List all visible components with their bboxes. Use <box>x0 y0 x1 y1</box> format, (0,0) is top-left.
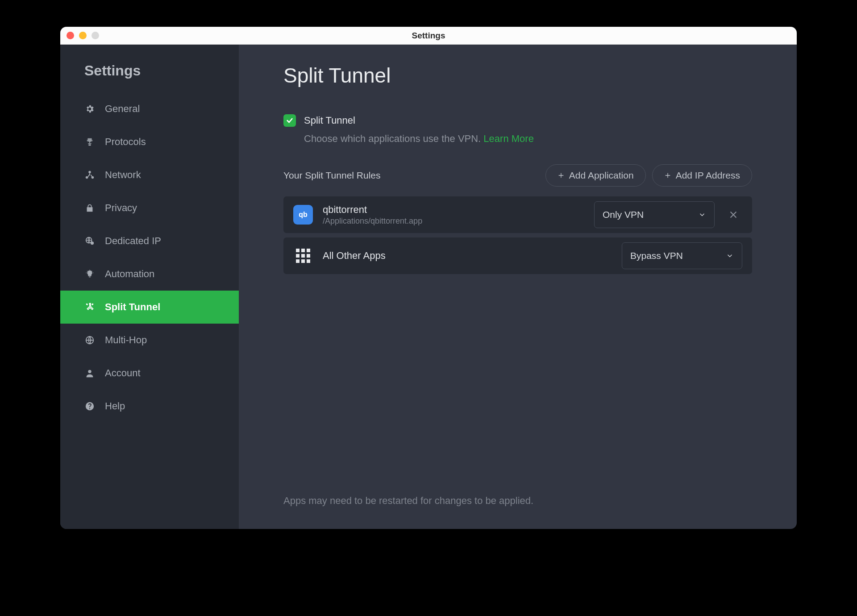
svg-point-6 <box>89 303 91 305</box>
qbittorrent-icon: qb <box>293 205 313 225</box>
sidebar-item-help[interactable]: Help <box>60 390 239 423</box>
window-title: Settings <box>412 31 445 41</box>
close-icon <box>728 210 738 220</box>
gear-icon <box>84 104 95 114</box>
svg-rect-0 <box>88 145 91 146</box>
apps-grid-icon <box>293 246 313 266</box>
sidebar-item-label: Network <box>105 169 141 181</box>
help-icon <box>84 401 95 412</box>
split-tunnel-toggle-label: Split Tunnel <box>304 115 355 126</box>
svg-point-1 <box>88 171 91 174</box>
add-application-button[interactable]: Add Application <box>545 164 646 187</box>
chevron-down-icon <box>698 211 706 219</box>
footer-note: Apps may need to be restarted for change… <box>283 495 752 516</box>
sidebar-item-label: General <box>105 103 140 115</box>
rules-header: Your Split Tunnel Rules Add Application … <box>283 164 752 187</box>
settings-window: Settings Settings General Protocols <box>60 27 797 529</box>
sidebar-item-split-tunnel[interactable]: Split Tunnel <box>60 291 239 324</box>
svg-point-10 <box>88 370 91 373</box>
sidebar-title: Settings <box>60 62 239 92</box>
split-icon <box>84 302 95 312</box>
sidebar-item-label: Privacy <box>105 202 137 214</box>
lightbulb-icon <box>84 269 95 279</box>
sidebar-item-general[interactable]: General <box>60 92 239 125</box>
header-buttons: Add Application Add IP Address <box>545 164 752 187</box>
app-path: /Applications/qbittorrent.app <box>323 216 584 226</box>
rules-title: Your Split Tunnel Rules <box>283 170 381 181</box>
select-value: Bypass VPN <box>630 250 683 261</box>
traffic-lights <box>67 32 99 39</box>
rule-mode-select[interactable]: Only VPN <box>594 201 715 228</box>
sidebar-item-multi-hop[interactable]: Multi-Hop <box>60 324 239 357</box>
sidebar-item-label: Account <box>105 367 141 379</box>
app-name: qbittorrent <box>323 204 584 216</box>
fullscreen-window-button[interactable] <box>92 32 99 39</box>
sidebar-item-network[interactable]: Network <box>60 158 239 191</box>
sidebar-item-label: Help <box>105 400 125 412</box>
content-area: Settings General Protocols Network <box>60 45 797 529</box>
split-tunnel-checkbox[interactable] <box>283 114 296 127</box>
sidebar-item-automation[interactable]: Automation <box>60 258 239 291</box>
svg-point-5 <box>91 241 94 245</box>
lock-icon <box>84 203 95 213</box>
plus-icon <box>557 172 565 179</box>
split-tunnel-toggle-row: Split Tunnel <box>283 114 752 127</box>
split-tunnel-description: Choose which applications use the VPN. L… <box>304 133 752 145</box>
sidebar-item-label: Automation <box>105 268 154 280</box>
button-label: Add Application <box>569 170 634 181</box>
rule-row-qbittorrent: qb qbittorrent /Applications/qbittorrent… <box>283 196 752 233</box>
app-info: qbittorrent /Applications/qbittorrent.ap… <box>323 204 584 226</box>
chevron-down-icon <box>726 252 734 260</box>
globe-pin-icon <box>84 236 95 246</box>
sidebar-item-protocols[interactable]: Protocols <box>60 125 239 158</box>
sidebar-item-label: Multi-Hop <box>105 334 147 346</box>
sidebar-item-label: Dedicated IP <box>105 235 161 247</box>
app-name: All Other Apps <box>323 250 612 262</box>
globe-icon <box>84 335 95 345</box>
plus-icon <box>664 172 671 179</box>
svg-point-7 <box>86 304 88 305</box>
user-icon <box>84 368 95 379</box>
sidebar: Settings General Protocols Network <box>60 45 239 529</box>
network-icon <box>84 170 95 180</box>
protocols-icon <box>84 137 95 147</box>
button-label: Add IP Address <box>676 170 740 181</box>
remove-rule-button[interactable] <box>724 206 742 224</box>
app-info: All Other Apps <box>323 250 612 262</box>
select-value: Only VPN <box>603 209 644 220</box>
close-window-button[interactable] <box>67 32 74 39</box>
sidebar-item-label: Protocols <box>105 136 146 148</box>
sidebar-item-label: Split Tunnel <box>105 301 160 313</box>
page-title: Split Tunnel <box>283 63 752 87</box>
sidebar-item-dedicated-ip[interactable]: Dedicated IP <box>60 225 239 258</box>
add-ip-address-button[interactable]: Add IP Address <box>652 164 752 187</box>
description-text: Choose which applications use the VPN. <box>304 133 481 144</box>
main-panel: Split Tunnel Split Tunnel Choose which a… <box>239 45 797 529</box>
learn-more-link[interactable]: Learn More <box>483 133 534 144</box>
sidebar-item-account[interactable]: Account <box>60 357 239 390</box>
sidebar-item-privacy[interactable]: Privacy <box>60 191 239 225</box>
minimize-window-button[interactable] <box>79 32 87 39</box>
svg-point-8 <box>92 304 94 305</box>
rule-row-all-other-apps: All Other Apps Bypass VPN <box>283 237 752 274</box>
titlebar: Settings <box>60 27 797 45</box>
rule-mode-select[interactable]: Bypass VPN <box>622 242 742 269</box>
